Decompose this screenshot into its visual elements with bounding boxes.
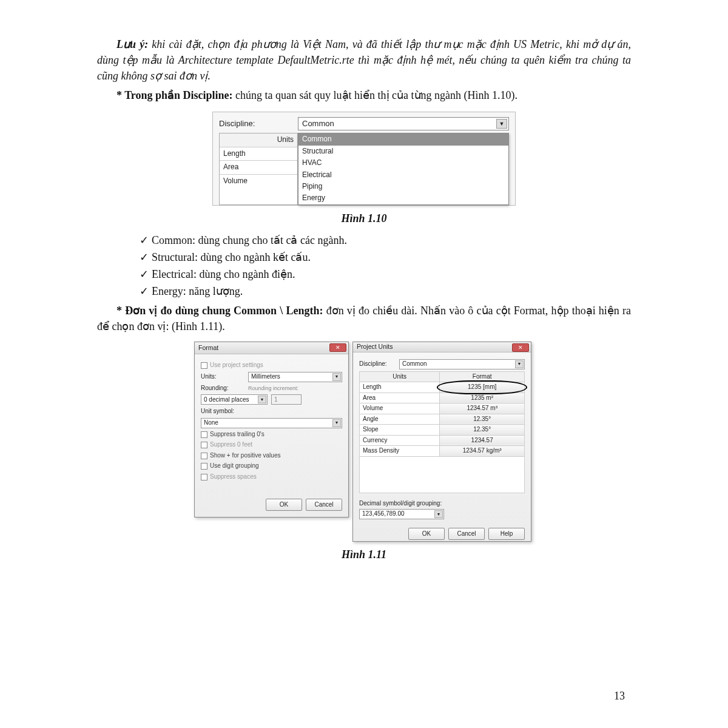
col-units: Units [360, 371, 440, 382]
figure-1-10: Discipline: Common ▼ Units Length Area V… [212, 112, 516, 205]
table-row: Length1235 [mm] [360, 382, 525, 393]
checklist-item: ✓Electrical: dùng cho ngành điện. [140, 266, 631, 282]
dropdown-option[interactable]: Structural [298, 146, 508, 157]
discipline-paragraph: * Trong phần Discipline: chúng ta quan s… [97, 87, 631, 103]
suppress-spaces-checkbox: Suppress spaces [201, 473, 342, 482]
discipline-combobox-value: Common [302, 118, 334, 130]
unit-symbol-select[interactable]: None▼ [201, 418, 342, 428]
checklist-item: ✓Energy: năng lượng. [140, 283, 631, 299]
dropdown-option[interactable]: Piping [298, 181, 508, 192]
check-icon: ✓ [140, 249, 152, 265]
discipline-checklist: ✓Common: dùng chung cho tất cả các ngành… [140, 232, 631, 299]
units-mini-table: Units Length Area Volume [219, 133, 298, 204]
units-label: Units: [201, 372, 244, 382]
decimal-grouping-label: Decimal symbol/digit grouping: [359, 499, 525, 508]
dropdown-option[interactable]: Electrical [298, 169, 508, 181]
suppress-trailing-checkbox[interactable]: Suppress trailing 0's [201, 430, 342, 439]
check-icon: ✓ [140, 283, 152, 299]
dropdown-option[interactable]: Common [298, 133, 508, 145]
units-select[interactable]: Millimeters▼ [248, 372, 342, 382]
format-cell[interactable]: 1234.57 m³ [440, 403, 525, 414]
close-icon[interactable]: ✕ [329, 343, 346, 352]
page-number: 13 [614, 688, 625, 704]
discipline-label: Discipline: [219, 118, 298, 130]
rounding-label: Rounding: [201, 384, 244, 393]
chevron-down-icon: ▼ [496, 119, 507, 129]
figure-1-11: Format ✕ Use project settings Units: Mil… [194, 342, 534, 542]
table-row: Area1235 m² [360, 393, 525, 403]
ok-button[interactable]: OK [266, 499, 302, 511]
help-button[interactable]: Help [488, 528, 525, 540]
length-lead: * Đơn vị đo dùng chung Common \ Length: [116, 305, 323, 317]
table-empty-area [359, 457, 525, 493]
discipline-rest: chúng ta quan sát quy luật hiển thị của … [233, 89, 517, 101]
discipline-lead: * Trong phần Discipline: [116, 89, 233, 101]
format-cell[interactable]: 1235 m² [440, 393, 525, 403]
table-row: Volume1234.57 m³ [360, 403, 525, 414]
pu-discipline-label: Discipline: [359, 360, 396, 369]
cancel-button[interactable]: Cancel [448, 528, 485, 540]
dropdown-option[interactable]: Energy [298, 192, 508, 204]
dropdown-option[interactable]: HVAC [298, 157, 508, 169]
note-paragraph: Lưu ý: khi cài đặt, chọn địa phương là V… [97, 36, 631, 84]
chevron-down-icon: ▼ [332, 373, 341, 381]
table-row: Currency1234.57 [360, 435, 525, 446]
suppress-0feet-checkbox: Suppress 0 feet [201, 440, 342, 450]
project-units-title: Project Units [357, 342, 393, 351]
units-row: Volume [220, 175, 297, 187]
note-label: Lưu ý: [116, 38, 148, 50]
figure-1-11-caption: Hình 1.11 [97, 547, 631, 562]
table-row: Mass Density1234.57 kg/m³ [360, 446, 525, 457]
rounding-increment-label: Rounding increment: [248, 385, 342, 393]
note-text: khi cài đặt, chọn địa phương là Việt Nam… [97, 38, 631, 82]
format-cell[interactable]: 12.35° [440, 425, 525, 436]
units-header: Units [220, 133, 297, 147]
close-icon[interactable]: ✕ [512, 343, 529, 352]
ok-button[interactable]: OK [408, 528, 445, 540]
format-cell[interactable]: 1234.57 [440, 435, 525, 446]
figure-1-10-caption: Hình 1.10 [97, 211, 631, 226]
chevron-down-icon: ▼ [434, 510, 443, 518]
rounding-select[interactable]: 0 decimal places▼ [201, 394, 268, 405]
pu-discipline-select[interactable]: Common▼ [399, 359, 525, 369]
format-title: Format [198, 343, 218, 352]
length-paragraph: * Đơn vị đo dùng chung Common \ Length: … [97, 303, 631, 334]
discipline-combobox[interactable]: Common ▼ [298, 117, 509, 130]
checklist-item: ✓Common: dùng chung cho tất cả các ngành… [140, 232, 631, 248]
check-icon: ✓ [140, 266, 152, 282]
chevron-down-icon: ▼ [258, 396, 266, 403]
cancel-button[interactable]: Cancel [306, 499, 342, 511]
format-cell[interactable]: 1234.57 kg/m³ [440, 446, 525, 457]
format-titlebar: Format ✕ [195, 342, 348, 354]
table-row: Slope12.35° [360, 425, 525, 436]
project-units-table: UnitsFormat Length1235 [mm] Area1235 m² … [359, 371, 525, 457]
use-project-settings-checkbox[interactable]: Use project settings [201, 361, 342, 370]
project-units-dialog: Project Units ✕ Discipline: Common▼ Unit… [352, 342, 531, 542]
decimal-grouping-select[interactable]: 123,456,789.00▼ [359, 509, 444, 519]
rounding-increment-field: 1 [271, 394, 302, 405]
format-dialog: Format ✕ Use project settings Units: Mil… [194, 342, 349, 517]
format-cell-length[interactable]: 1235 [mm] [440, 382, 525, 393]
units-row: Length [220, 147, 297, 161]
chevron-down-icon: ▼ [332, 419, 341, 427]
unit-symbol-label: Unit symbol: [201, 407, 342, 416]
project-units-titlebar: Project Units ✕ [353, 342, 531, 352]
chevron-down-icon: ▼ [515, 360, 524, 368]
table-row: Angle12.35° [360, 414, 525, 425]
format-cell[interactable]: 12.35° [440, 414, 525, 425]
check-icon: ✓ [140, 232, 152, 248]
discipline-dropdown-list[interactable]: Common Structural HVAC Electrical Piping… [298, 133, 509, 204]
units-row: Area [220, 161, 297, 174]
checklist-item: ✓Structural: dùng cho ngành kết cấu. [140, 249, 631, 265]
col-format: Format [440, 371, 525, 382]
digit-grouping-checkbox[interactable]: Use digit grouping [201, 462, 342, 471]
show-plus-checkbox[interactable]: Show + for positive values [201, 451, 342, 460]
